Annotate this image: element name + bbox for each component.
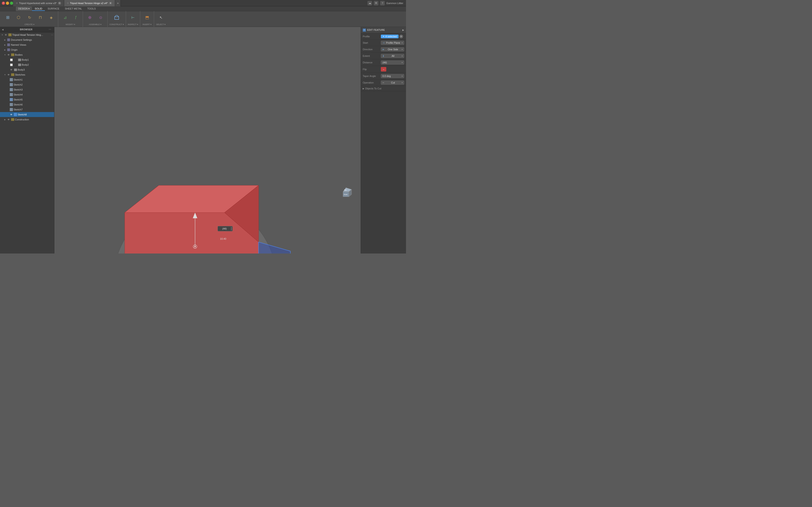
minimize-btn[interactable]	[6, 2, 9, 5]
sketch7-expand: ▶	[6, 108, 9, 111]
browser-sketch1[interactable]: ▶ Sketch1	[0, 77, 54, 82]
extrude-btn[interactable]: ⬡	[14, 12, 23, 22]
direction-chevron: ▾	[402, 48, 403, 51]
extent-row: Extent ⇕ All ▾	[361, 53, 406, 59]
origin-icon	[7, 48, 10, 52]
taper-angle-dropdown[interactable]: 0.0 deg ▾	[381, 74, 404, 78]
sketches-label: Sketches	[15, 73, 25, 76]
body2-eye-icon[interactable]: 👁	[14, 63, 17, 66]
body1-vis-icon[interactable]: ⬜	[9, 58, 13, 62]
design-dropdown[interactable]: DESIGN ▾	[16, 7, 32, 11]
body3-eye-icon[interactable]: 👁	[9, 68, 13, 71]
browser-origin[interactable]: ▶ Origin	[0, 47, 54, 52]
direction-label: Direction	[363, 48, 381, 51]
sketch8-eye-icon[interactable]: 👁	[9, 113, 13, 116]
start-row: Start ⊣ Profile Plane ▾	[361, 40, 406, 46]
browser-sketch7[interactable]: ▶ Sketch7	[0, 107, 54, 112]
body1-eye-icon[interactable]: 👁	[14, 58, 17, 62]
body1-expand[interactable]: ▶	[6, 58, 9, 61]
operation-label: Operation	[363, 81, 381, 84]
operation-dropdown[interactable]: ✂ Cut ▾	[381, 80, 404, 84]
browser-sketch2[interactable]: ▶ Sketch2	[0, 82, 54, 87]
close-btn[interactable]: ✕	[2, 2, 5, 5]
tab-surface[interactable]: SURFACE	[45, 7, 62, 11]
profile-badge[interactable]: ✦ 4 selected	[381, 35, 399, 38]
fillet-btn[interactable]: ƒ	[71, 12, 81, 22]
svg-rect-0	[115, 17, 119, 19]
construct-btn[interactable]	[112, 12, 122, 22]
named-views-expand[interactable]: ▶	[4, 44, 6, 46]
svg-text:(All): (All)	[222, 227, 227, 230]
root-eye-icon[interactable]: 👁	[4, 33, 8, 37]
viewport[interactable]: (All) 10.40 Front Top	[54, 27, 361, 253]
browser-sketch4[interactable]: ▶ Sketch4	[0, 92, 54, 97]
svg-text:10.40: 10.40	[220, 237, 226, 240]
sketches-expand[interactable]: ▼	[4, 73, 6, 76]
tab-1[interactable]: ⊙ Tripod Hyperboloid with screw v3* ✕	[13, 0, 64, 6]
direction-dropdown[interactable]: ⊳ One Side ▾	[381, 47, 404, 51]
tab-tools[interactable]: TOOLS	[85, 7, 99, 11]
cloud-icon[interactable]: ☁	[367, 1, 372, 5]
start-dropdown[interactable]: ⊣ Profile Plane ▾	[381, 41, 404, 45]
origin-expand[interactable]: ▶	[4, 48, 6, 51]
bodies-eye-icon[interactable]: 👁	[7, 53, 10, 57]
title-bar-right: ☁ ⚙ ? Eammon Littler	[367, 1, 406, 5]
tab-2[interactable]: ⊙ Tripod Head Tension Hinge v2 v4* ✕	[64, 0, 115, 6]
bodies-expand[interactable]: ▼	[4, 53, 6, 56]
root-expand-icon[interactable]: ▼	[1, 34, 4, 36]
revolve-btn[interactable]: ↻	[24, 12, 35, 22]
help-icon[interactable]: ?	[380, 1, 385, 5]
insert-btn[interactable]: ⬒	[142, 12, 152, 22]
tab-sheet-metal[interactable]: SHEET METAL	[62, 7, 85, 11]
tab-solid[interactable]: SOLID	[32, 7, 45, 11]
body2-label: Body2	[22, 63, 29, 66]
measure-btn[interactable]: ⊢	[128, 12, 138, 22]
body3-expand[interactable]: ▶	[6, 68, 9, 71]
maximize-btn[interactable]	[10, 2, 13, 5]
window-controls: ✕	[0, 2, 13, 5]
browser-construction[interactable]: ▶ 👁 Construction	[0, 117, 54, 122]
browser-doc-settings[interactable]: ▶ Document Settings	[0, 37, 54, 42]
browser-body1[interactable]: ▶ ⬜ 👁 Body1	[0, 57, 54, 62]
body2-icon	[18, 63, 21, 66]
construction-expand[interactable]: ▶	[4, 118, 6, 121]
edit-panel-collapse[interactable]: ▶	[402, 29, 404, 31]
browser-body2[interactable]: ▶ ⬜ 👁 Body2	[0, 62, 54, 67]
joint-origin-btn[interactable]: ⊙	[96, 12, 106, 22]
browser-sketch5[interactable]: ▶ Sketch5	[0, 97, 54, 102]
root-options-icon[interactable]: ⋯	[51, 34, 53, 36]
construction-eye-icon[interactable]: 👁	[7, 118, 10, 121]
sweep-btn[interactable]: ⊓	[35, 12, 45, 22]
flip-button[interactable]: ↔	[381, 67, 386, 71]
browser-named-views[interactable]: ▶ Named Views	[0, 42, 54, 47]
profile-clear-btn[interactable]: ✕	[399, 35, 403, 38]
browser-sketch3[interactable]: ▶ Sketch3	[0, 87, 54, 92]
browser-sketch8[interactable]: ▶ 👁 Sketch8	[0, 112, 54, 117]
select-btn[interactable]: ↖	[156, 12, 166, 22]
objects-to-cut-header[interactable]: ▶ Objects To Cut	[363, 87, 404, 90]
new-component-btn[interactable]: ⊞	[3, 12, 13, 22]
settings-icon[interactable]: ⚙	[374, 1, 378, 5]
browser-options[interactable]: ⋯	[49, 28, 52, 31]
browser-body3[interactable]: ▶ 👁 Body3	[0, 67, 54, 72]
sketches-eye-icon[interactable]: 👁	[7, 73, 10, 76]
browser-root[interactable]: ▼ 👁 Tripod Head Tension Hing... ⋯	[0, 33, 54, 37]
browser-bodies[interactable]: ▼ 👁 Bodies	[0, 52, 54, 57]
body2-expand[interactable]: ▶	[6, 63, 9, 66]
distance-dropdown[interactable]: (All) ▾	[381, 60, 404, 64]
sketch3-label: Sketch3	[14, 88, 23, 91]
tab-1-close[interactable]: ✕	[58, 2, 61, 5]
new-tab-btn[interactable]: +	[115, 0, 121, 6]
joint-btn[interactable]: ⊕	[85, 12, 95, 22]
loft-btn[interactable]: ◈	[46, 12, 56, 22]
tab-2-close[interactable]: ✕	[109, 2, 112, 5]
doc-settings-expand[interactable]: ▶	[4, 39, 6, 41]
browser-sketches[interactable]: ▼ 👁 Sketches	[0, 72, 54, 77]
operation-chevron: ▾	[402, 82, 403, 84]
distance-label: Distance	[363, 61, 381, 64]
body2-vis-icon[interactable]: ⬜	[9, 63, 13, 66]
extent-dropdown[interactable]: ⇕ All ▾	[381, 54, 404, 58]
press-pull-btn[interactable]: ⊿	[60, 12, 70, 22]
browser-sketch6[interactable]: ▶ Sketch6	[0, 102, 54, 107]
sidebar-collapse-btn[interactable]: ◀	[2, 28, 4, 31]
